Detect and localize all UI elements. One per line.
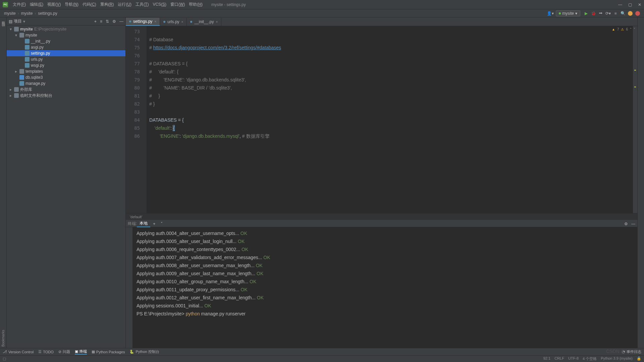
editor-tab[interactable]: settings.py× bbox=[126, 18, 160, 26]
tree-row[interactable]: mysite bbox=[7, 32, 125, 38]
chevron-right-icon: › bbox=[34, 11, 37, 16]
right-gutter bbox=[637, 17, 644, 348]
status-icon[interactable]: ▢ bbox=[3, 357, 6, 361]
run-config-label: mysite bbox=[562, 11, 574, 16]
bottom-tool[interactable]: ▣终端 bbox=[75, 349, 87, 355]
menu-item[interactable]: 代码(C) bbox=[80, 2, 98, 7]
left-gutter: ▤ 结构 Bookmarks bbox=[0, 17, 7, 348]
menu-item[interactable]: 导航(N) bbox=[63, 2, 80, 7]
menu-item[interactable]: VCS(S) bbox=[151, 2, 168, 7]
bottom-tool[interactable]: ⎇Version Control bbox=[3, 350, 34, 354]
chevron-down-icon[interactable]: ▾ bbox=[23, 19, 25, 24]
hide-icon[interactable]: — bbox=[631, 222, 635, 226]
expand-icon[interactable]: ≡ bbox=[100, 19, 102, 24]
file-encoding[interactable]: UTF-8 bbox=[568, 356, 579, 361]
editor-tab[interactable]: __init__.py× bbox=[187, 18, 221, 26]
python-interpreter[interactable]: Python 3.9 (mysite) bbox=[601, 356, 633, 361]
tree-row[interactable]: manage.py bbox=[7, 80, 125, 86]
terminal-output[interactable]: Applying auth.0004_alter_user_username_o… bbox=[132, 227, 637, 348]
inspection-widget[interactable]: ▲7 ⚠6 ˄ ˅ bbox=[612, 27, 635, 31]
sync-icon[interactable] bbox=[634, 10, 641, 17]
minimize-icon[interactable]: — bbox=[618, 2, 622, 7]
chevron-up-icon[interactable]: ˄ bbox=[630, 27, 632, 31]
lock-icon[interactable]: 🔒 bbox=[637, 356, 641, 361]
menu-item[interactable]: 工具(T) bbox=[133, 2, 151, 7]
structure-label[interactable]: 结构 bbox=[1, 28, 6, 31]
run-config-selector[interactable]: mysite ▾ bbox=[556, 10, 580, 16]
chevron-down-icon: ▾ bbox=[575, 11, 577, 16]
tree-row[interactable]: urls.py bbox=[7, 56, 125, 62]
close-icon[interactable]: × bbox=[181, 20, 183, 24]
user-icon[interactable]: 👤▾ bbox=[546, 10, 554, 17]
bottom-tool-strip: ⎇Version Control☰TODO⊘问题▣终端▦Python Packa… bbox=[0, 348, 644, 355]
menu-item[interactable]: 编辑(E) bbox=[28, 2, 45, 7]
django-icon bbox=[559, 12, 561, 14]
tree-row[interactable]: asgi.py bbox=[7, 44, 125, 50]
gear-icon[interactable]: ⚙ bbox=[112, 19, 116, 24]
bottom-tool[interactable]: 🐍Python 控制台 bbox=[129, 349, 159, 354]
menu-item[interactable]: 文件(F) bbox=[11, 2, 28, 7]
terminal-tab-local[interactable]: 本地 bbox=[137, 221, 150, 227]
breadcrumb-root[interactable]: mysite bbox=[3, 11, 17, 16]
tree-row[interactable]: __init__.py bbox=[7, 38, 125, 44]
bottom-tool[interactable]: ▦Python Packages bbox=[92, 350, 125, 354]
close-icon[interactable]: × bbox=[216, 20, 218, 24]
editor-tab[interactable]: urls.py× bbox=[160, 18, 187, 26]
tree-row[interactable]: 临时文件和控制台 bbox=[7, 93, 125, 99]
line-separator[interactable]: CRLF bbox=[554, 356, 564, 361]
breadcrumb-file[interactable]: settings.py bbox=[37, 11, 58, 16]
line-gutter: 73 74 75 76 77 78 79 80 81 82 83 84 85 8… bbox=[126, 26, 143, 213]
bottom-tool[interactable]: ⊘问题 bbox=[58, 349, 70, 354]
caret-position[interactable]: 92:1 bbox=[543, 356, 550, 361]
indent-info[interactable]: 4 个空格 bbox=[583, 356, 597, 361]
code-editor[interactable]: 73 74 75 76 77 78 79 80 81 82 83 84 85 8… bbox=[126, 26, 637, 213]
editor-scrollbar[interactable] bbox=[633, 26, 637, 213]
warning-icon: ▲ bbox=[612, 27, 615, 31]
terminal-dropdown[interactable]: ˅ bbox=[158, 221, 165, 227]
attach-icon[interactable]: ⟳▾ bbox=[604, 10, 612, 17]
fold-gutter bbox=[143, 26, 147, 213]
project-pane-header: ▤ 项目 ▾ ⌖ ≡ ⇅ ⚙ — bbox=[7, 17, 125, 25]
editor-area: settings.py×urls.py×__init__.py× 73 74 7… bbox=[126, 17, 637, 348]
window-title: mysite - settings.py bbox=[205, 2, 618, 7]
menu-item[interactable]: 视图(V) bbox=[45, 2, 63, 7]
tree-row[interactable]: 外部库 bbox=[7, 86, 125, 93]
tree-row[interactable]: templates bbox=[7, 68, 125, 74]
menu-item[interactable]: 帮助(H) bbox=[187, 2, 205, 7]
run-button[interactable]: ▶ bbox=[582, 10, 590, 17]
chevron-right-icon: › bbox=[17, 11, 20, 16]
status-bar: ▢ 92:1 CRLF UTF-8 4 个空格 Python 3.9 (mysi… bbox=[0, 355, 644, 362]
gear-icon[interactable]: ⚙ bbox=[624, 222, 628, 226]
menu-item[interactable]: 运行(U) bbox=[116, 2, 133, 7]
run-more-icon[interactable]: ⮕ bbox=[597, 10, 604, 17]
bookmarks-label[interactable]: Bookmarks bbox=[1, 328, 5, 348]
search-icon[interactable]: 🔍 bbox=[619, 10, 627, 17]
chevron-down-icon[interactable]: ˅ bbox=[634, 27, 635, 31]
avatar-icon[interactable] bbox=[627, 10, 634, 17]
tree-row[interactable]: mysiteE:\Projects\mysite bbox=[7, 26, 125, 32]
tree-row[interactable]: settings.py bbox=[7, 50, 125, 56]
stop-icon[interactable]: ■ bbox=[612, 10, 619, 17]
terminal-new-tab[interactable]: + bbox=[150, 221, 158, 227]
breadcrumb-folder[interactable]: mysite bbox=[20, 11, 34, 16]
close-icon[interactable]: ✕ bbox=[638, 2, 641, 7]
debug-button[interactable]: 🐞 bbox=[590, 10, 597, 17]
project-tree[interactable]: mysiteE:\Projects\mysitemysite__init__.p… bbox=[7, 25, 125, 348]
project-tool-icon[interactable]: ▤ bbox=[0, 19, 7, 26]
menu-item[interactable]: 重构(R) bbox=[98, 2, 116, 7]
hide-icon[interactable]: — bbox=[119, 19, 123, 24]
locate-icon[interactable]: ⌖ bbox=[94, 19, 97, 24]
editor-breadcrumb[interactable]: 'default' bbox=[126, 213, 637, 220]
event-log[interactable]: ◔事件日志 bbox=[622, 349, 641, 354]
maximize-icon[interactable]: ▢ bbox=[628, 2, 632, 7]
collapse-icon[interactable]: ⇅ bbox=[106, 19, 109, 24]
tree-row[interactable]: wsgi.py bbox=[7, 62, 125, 68]
main-area: ▤ 结构 Bookmarks ▤ 项目 ▾ ⌖ ≡ ⇅ ⚙ — mysiteE:… bbox=[0, 17, 644, 348]
menu-item[interactable]: 窗口(W) bbox=[168, 2, 187, 7]
editor-breadcrumb-text: 'default' bbox=[130, 215, 142, 219]
close-icon[interactable]: × bbox=[154, 20, 156, 23]
tree-row[interactable]: db.sqlite3 bbox=[7, 74, 125, 80]
bottom-tool[interactable]: ☰TODO bbox=[38, 350, 54, 354]
project-pane-title: 项目 bbox=[14, 18, 22, 24]
terminal-gutter bbox=[126, 227, 132, 348]
